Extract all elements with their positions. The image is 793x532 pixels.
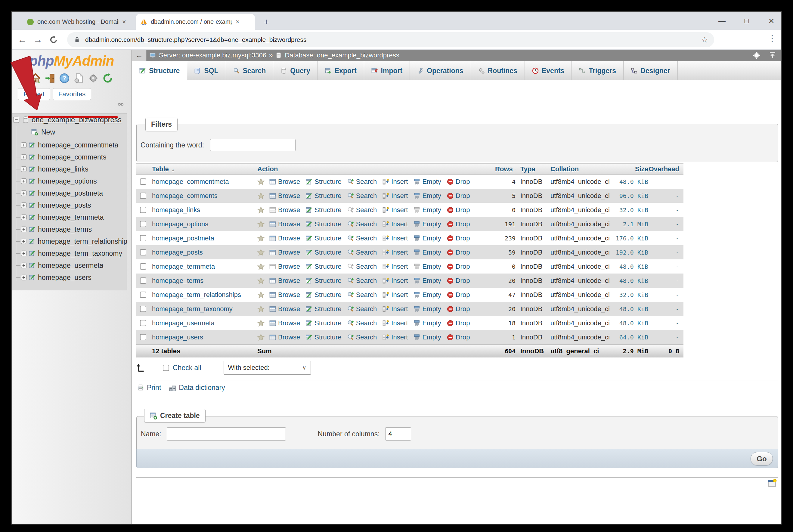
tree-table-item[interactable]: homepage_term_taxonomy <box>12 247 127 259</box>
search-link[interactable]: Search <box>347 206 377 214</box>
tree-table-item[interactable]: homepage_posts <box>12 199 127 211</box>
tree-table-item[interactable]: homepage_commentmeta <box>12 139 127 151</box>
table-name-link[interactable]: homepage_users <box>152 334 203 341</box>
expand-plus-icon[interactable] <box>21 154 27 160</box>
collapse-minus-icon[interactable] <box>13 116 20 123</box>
unlink-panel-icon[interactable] <box>116 101 125 109</box>
table-name-link[interactable]: homepage_posts <box>152 249 203 256</box>
browse-link[interactable]: Browse <box>269 291 300 299</box>
empty-link[interactable]: Empty <box>414 319 441 327</box>
breadcrumb-back-button[interactable]: ← <box>132 50 147 61</box>
reload-button[interactable] <box>47 33 60 46</box>
browse-link[interactable]: Browse <box>269 234 300 242</box>
browse-link[interactable]: Browse <box>269 178 300 186</box>
favorites-button[interactable]: Favorites <box>53 88 91 100</box>
structure-link[interactable]: Structure <box>306 334 341 341</box>
row-checkbox[interactable] <box>140 178 146 185</box>
table-name-link[interactable]: homepage_comments <box>152 192 218 200</box>
search-link[interactable]: Search <box>347 263 377 270</box>
with-selected-dropdown[interactable]: With selected: ∨ <box>224 361 311 375</box>
tree-table-item[interactable]: homepage_links <box>12 163 127 175</box>
favorite-star-icon[interactable] <box>257 221 265 228</box>
empty-link[interactable]: Empty <box>414 178 441 186</box>
empty-link[interactable]: Empty <box>414 234 441 242</box>
column-size[interactable]: Size <box>612 165 648 173</box>
tree-table-item[interactable]: homepage_options <box>12 175 127 187</box>
favorite-star-icon[interactable] <box>257 320 265 327</box>
database-tab[interactable]: Export <box>318 61 364 80</box>
database-tab[interactable]: Designer <box>624 61 677 80</box>
favorite-star-icon[interactable] <box>257 178 265 185</box>
empty-link[interactable]: Empty <box>414 305 441 313</box>
insert-link[interactable]: Insert <box>382 291 408 299</box>
expand-plus-icon[interactable] <box>21 166 27 172</box>
table-name-link[interactable]: homepage_termmeta <box>152 263 215 270</box>
browse-link[interactable]: Browse <box>269 206 300 214</box>
drop-link[interactable]: Drop <box>447 220 470 228</box>
table-name-link[interactable]: homepage_links <box>152 206 200 214</box>
search-link[interactable]: Search <box>347 234 377 242</box>
browser-tab-onecom[interactable]: one.com Web hosting - Domain × <box>23 14 135 30</box>
scroll-top-icon[interactable] <box>769 52 776 59</box>
search-link[interactable]: Search <box>347 291 377 299</box>
table-name-link[interactable]: homepage_options <box>152 220 208 228</box>
minimize-button[interactable]: — <box>717 17 726 25</box>
empty-link[interactable]: Empty <box>414 334 441 341</box>
database-tab[interactable]: Structure <box>132 61 187 80</box>
tree-table-item[interactable]: homepage_comments <box>12 151 127 163</box>
drop-link[interactable]: Drop <box>447 178 470 186</box>
home-icon[interactable] <box>31 73 41 83</box>
row-size[interactable]: 32.0 KiB <box>612 206 648 214</box>
empty-link[interactable]: Empty <box>414 277 441 285</box>
table-name-link[interactable]: homepage_terms <box>152 277 204 284</box>
check-all-label[interactable]: Check all <box>173 364 201 372</box>
drop-link[interactable]: Drop <box>447 249 470 256</box>
insert-link[interactable]: Insert <box>382 305 408 313</box>
tree-table-item[interactable]: homepage_termmeta <box>12 211 127 223</box>
empty-link[interactable]: Empty <box>414 291 441 299</box>
structure-link[interactable]: Structure <box>306 249 341 256</box>
tab-close-icon[interactable]: × <box>235 19 240 25</box>
browse-link[interactable]: Browse <box>269 220 300 228</box>
containing-word-input[interactable] <box>210 139 296 151</box>
browser-tab-phpmyadmin[interactable]: dbadmin.one.com / one-example × <box>136 14 255 30</box>
expand-plus-icon[interactable] <box>21 178 27 184</box>
search-link[interactable]: Search <box>347 277 377 285</box>
table-name-input[interactable] <box>167 427 286 440</box>
structure-link[interactable]: Structure <box>306 178 341 186</box>
database-tab[interactable]: Search <box>226 61 273 80</box>
row-size[interactable]: 192.0 KiB <box>612 249 648 256</box>
column-overhead[interactable]: Overhead <box>648 165 683 173</box>
new-tab-button[interactable]: + <box>260 16 272 28</box>
structure-link[interactable]: Structure <box>306 234 341 242</box>
help-icon[interactable] <box>59 73 70 83</box>
database-tab[interactable]: Query <box>273 61 318 80</box>
tree-new-table-row[interactable]: New <box>31 127 55 137</box>
structure-link[interactable]: Structure <box>306 319 341 327</box>
row-checkbox[interactable] <box>140 263 146 270</box>
expand-plus-icon[interactable] <box>21 250 27 256</box>
empty-link[interactable]: Empty <box>414 220 441 228</box>
tree-table-item[interactable]: homepage_postmeta <box>12 187 127 199</box>
structure-link[interactable]: Structure <box>306 291 341 299</box>
expand-plus-icon[interactable] <box>21 274 27 281</box>
row-checkbox[interactable] <box>140 235 146 241</box>
row-size[interactable]: 48.0 KiB <box>612 277 648 284</box>
column-table[interactable]: Table▲ <box>152 165 257 173</box>
column-type[interactable]: Type <box>515 165 547 173</box>
data-dictionary-link[interactable]: Data dictionary <box>169 384 225 392</box>
recent-button[interactable]: Recent <box>18 88 50 100</box>
search-link[interactable]: Search <box>347 249 377 256</box>
insert-link[interactable]: Insert <box>382 249 408 256</box>
structure-link[interactable]: Structure <box>306 263 341 270</box>
row-size[interactable]: 64.0 KiB <box>612 334 648 341</box>
favorite-star-icon[interactable] <box>257 206 265 214</box>
open-new-window-icon[interactable] <box>768 479 777 488</box>
search-link[interactable]: Search <box>347 178 377 186</box>
go-button[interactable]: Go <box>751 452 773 466</box>
structure-link[interactable]: Structure <box>306 305 341 313</box>
structure-link[interactable]: Structure <box>306 220 341 228</box>
favorite-star-icon[interactable] <box>257 277 265 284</box>
tab-close-icon[interactable]: × <box>122 19 126 25</box>
print-link[interactable]: Print <box>137 384 161 392</box>
